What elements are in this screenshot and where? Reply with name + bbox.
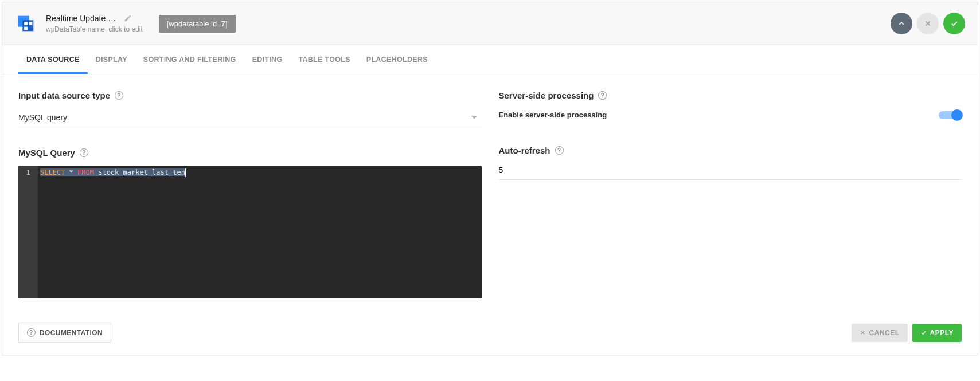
data-source-type-text: Input data source type	[18, 91, 110, 100]
mysql-query-text: MySQL Query	[18, 148, 75, 158]
toggle-knob-icon	[951, 109, 963, 121]
tab-table-tools[interactable]: TABLE TOOLS	[290, 45, 358, 74]
help-icon: ?	[27, 328, 36, 337]
svg-rect-1	[22, 20, 33, 31]
svg-rect-2	[24, 22, 28, 25]
footer-actions: CANCEL APPLY	[852, 324, 962, 342]
cursor-icon	[185, 168, 186, 177]
left-column: Input data source type ? MySQL query MyS…	[18, 91, 482, 298]
panel-header: Realtime Update Demo wpDataTable name, c…	[2, 2, 978, 45]
tabs-nav: DATA SOURCE DISPLAY SORTING AND FILTERIN…	[2, 45, 978, 74]
help-icon[interactable]: ?	[80, 148, 88, 157]
server-side-toggle[interactable]	[939, 111, 962, 119]
apply-label: APPLY	[930, 329, 954, 337]
sql-editor[interactable]: 1 SELECT * FROM stock_market_last_ten	[18, 166, 482, 298]
server-side-toggle-row: Enable server-side processing	[499, 111, 962, 119]
tab-display[interactable]: DISPLAY	[88, 45, 135, 74]
panel-footer: ? DOCUMENTATION CANCEL APPLY	[2, 315, 978, 355]
svg-rect-3	[29, 22, 33, 25]
table-name-input[interactable]: Realtime Update Demo	[46, 14, 120, 23]
svg-rect-4	[24, 27, 28, 30]
mysql-query-label: MySQL Query ?	[18, 148, 482, 158]
header-save-button[interactable]	[943, 13, 965, 34]
tab-placeholders[interactable]: PLACEHOLDERS	[358, 45, 436, 74]
right-column: Server-side processing ? Enable server-s…	[499, 91, 962, 298]
cancel-label: CANCEL	[869, 329, 900, 337]
app-logo-icon	[15, 13, 37, 34]
cancel-button[interactable]: CANCEL	[852, 324, 908, 342]
documentation-label: DOCUMENTATION	[40, 329, 103, 337]
table-name-hint: wpDataTable name, click to edit	[46, 25, 143, 33]
chevron-down-icon	[471, 116, 477, 119]
data-source-type-label: Input data source type ?	[18, 91, 482, 100]
code-area[interactable]: SELECT * FROM stock_market_last_ten	[38, 166, 482, 298]
tab-data-source[interactable]: DATA SOURCE	[18, 45, 88, 74]
help-icon[interactable]: ?	[598, 91, 607, 100]
apply-button[interactable]: APPLY	[912, 324, 962, 342]
tab-sorting-filtering[interactable]: SORTING AND FILTERING	[135, 45, 244, 74]
help-icon[interactable]: ?	[555, 146, 564, 155]
server-side-text: Server-side processing	[499, 91, 594, 100]
header-cancel-button[interactable]	[917, 13, 939, 34]
server-side-label: Server-side processing ?	[499, 91, 962, 100]
collapse-button[interactable]	[891, 13, 912, 34]
documentation-button[interactable]: ? DOCUMENTATION	[18, 323, 111, 343]
edit-name-icon[interactable]	[124, 14, 132, 22]
content-area: Input data source type ? MySQL query MyS…	[2, 74, 978, 315]
settings-panel: Realtime Update Demo wpDataTable name, c…	[2, 2, 978, 356]
shortcode-badge: [wpdatatable id=7]	[159, 15, 236, 33]
select-value: MySQL query	[18, 113, 67, 122]
tab-editing[interactable]: EDITING	[244, 45, 291, 74]
data-source-type-select[interactable]: MySQL query	[18, 107, 482, 127]
header-actions	[891, 13, 965, 34]
editor-gutter: 1	[18, 166, 38, 298]
title-area: Realtime Update Demo wpDataTable name, c…	[46, 14, 143, 33]
help-icon[interactable]: ?	[115, 91, 123, 100]
line-number: 1	[18, 168, 38, 178]
code-line: SELECT * FROM stock_market_last_ten	[40, 168, 479, 178]
auto-refresh-text: Auto-refresh	[499, 146, 550, 155]
server-side-toggle-label: Enable server-side processing	[499, 111, 607, 119]
auto-refresh-input[interactable]	[499, 160, 962, 180]
auto-refresh-label: Auto-refresh ?	[499, 146, 962, 155]
